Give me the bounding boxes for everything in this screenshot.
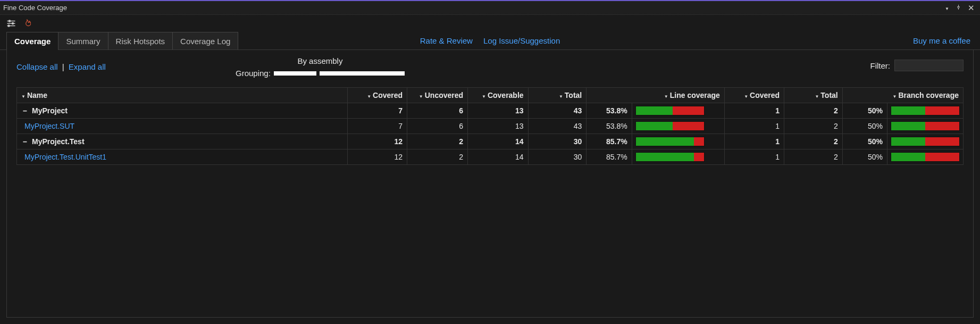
col-total[interactable]: ▼Total (528, 88, 587, 103)
toolbar (0, 15, 980, 32)
cell-coverable: 14 (468, 134, 528, 149)
assembly-name: MyProject.Test (32, 137, 85, 146)
pin-icon[interactable] (956, 4, 961, 12)
coverage-content: Collapse all | Expand all By assembly Gr… (6, 50, 974, 318)
expand-all-link[interactable]: Expand all (69, 62, 106, 71)
sort-caret-icon: ▼ (419, 94, 423, 99)
cell-branch-total: 2 (784, 149, 843, 165)
tab-label: Summary (66, 37, 100, 46)
tab-bar: Coverage Summary Risk Hotspots Coverage … (0, 32, 980, 50)
col-branch-covered[interactable]: ▼Covered (724, 88, 784, 103)
cell-branch-covered: 1 (724, 149, 784, 165)
col-coverable[interactable]: ▼Coverable (468, 88, 528, 103)
coverage-bar-covered (636, 137, 694, 146)
cell-line-bar (632, 134, 724, 149)
coverage-bar (891, 106, 960, 115)
coverage-bar-covered (636, 153, 694, 161)
window-options-dropdown-icon[interactable] (945, 4, 949, 12)
buy-coffee-link[interactable]: Buy me a coffee (913, 36, 970, 45)
cell-line-pct: 85.7% (587, 134, 632, 149)
cell-branch-covered: 1 (724, 119, 784, 134)
cell-branch-total: 2 (784, 134, 843, 149)
cell-total: 30 (528, 134, 587, 149)
sort-caret-icon: ▼ (664, 94, 668, 99)
cell-branch-pct: 50% (842, 119, 887, 134)
cell-name: MyProject.SUT (17, 119, 348, 134)
cell-branch-bar (887, 134, 963, 149)
cell-branch-pct: 50% (842, 103, 887, 119)
table-header-row: ▼Name ▼Covered ▼Uncovered ▼Coverable ▼To… (17, 88, 964, 103)
tab-coverage[interactable]: Coverage (7, 32, 58, 49)
grouping-slider[interactable] (274, 71, 405, 76)
class-link[interactable]: MyProject.Test.UnitTest1 (21, 153, 106, 161)
coverage-bar-covered (891, 106, 925, 115)
sort-caret-icon: ▼ (815, 94, 819, 99)
log-issue-link[interactable]: Log Issue/Suggestion (483, 36, 560, 45)
titlebar: Fine Code Coverage ✕ (0, 1, 980, 15)
table-row-child: MyProject.SUT76134353.8%1250% (17, 119, 964, 134)
cell-total: 43 (528, 119, 587, 134)
cell-name: –MyProject.Test (17, 134, 348, 149)
col-covered[interactable]: ▼Covered (347, 88, 407, 103)
sort-caret-icon: ▼ (559, 94, 563, 99)
cell-line-bar (632, 149, 724, 165)
class-link[interactable]: MyProject.SUT (21, 122, 74, 130)
col-uncovered[interactable]: ▼Uncovered (407, 88, 468, 103)
sort-caret-icon: ▼ (482, 94, 486, 99)
filter-input[interactable] (894, 60, 964, 71)
collapse-toggle-icon[interactable]: – (21, 137, 29, 146)
window-title: Fine Code Coverage (3, 4, 67, 12)
tab-risk-hotspots[interactable]: Risk Hotspots (108, 32, 173, 49)
sort-caret-icon: ▼ (367, 94, 371, 99)
tab-summary[interactable]: Summary (58, 32, 108, 49)
cell-coverable: 14 (468, 149, 528, 165)
cell-name: –MyProject (17, 103, 348, 119)
cell-total: 30 (528, 149, 587, 165)
coverage-bar (635, 137, 705, 146)
slider-segment[interactable] (274, 71, 316, 76)
coverage-bar-uncovered (694, 137, 703, 146)
coverage-bar (635, 121, 705, 131)
tab-label: Risk Hotspots (116, 37, 165, 46)
cell-coverable: 13 (468, 103, 528, 119)
coverage-bar-uncovered (925, 153, 959, 161)
cell-branch-pct: 50% (842, 149, 887, 165)
tabs: Coverage Summary Risk Hotspots Coverage … (6, 32, 238, 49)
coverage-bar (891, 152, 960, 162)
grouping-label: Grouping: (236, 69, 271, 78)
flame-icon[interactable] (23, 19, 31, 28)
cell-uncovered: 6 (407, 119, 468, 134)
titlebar-grip[interactable] (90, 2, 948, 13)
coverage-bar-uncovered (925, 106, 959, 115)
svg-point-1 (9, 20, 11, 22)
cell-branch-bar (887, 119, 963, 134)
coverage-bar-uncovered (673, 106, 704, 115)
svg-point-3 (12, 23, 14, 24)
controls-row: Collapse all | Expand all By assembly Gr… (16, 60, 964, 71)
cell-branch-pct: 50% (842, 134, 887, 149)
col-branch-total[interactable]: ▼Total (784, 88, 843, 103)
cell-branch-bar (887, 149, 963, 165)
col-line-coverage[interactable]: ▼Line coverage (587, 88, 725, 103)
collapse-toggle-icon[interactable]: – (21, 106, 29, 115)
collapse-all-link[interactable]: Collapse all (16, 62, 58, 71)
cell-uncovered: 2 (407, 134, 468, 149)
coverage-bar (891, 121, 960, 131)
cell-covered: 12 (347, 134, 407, 149)
tab-coverage-log[interactable]: Coverage Log (173, 32, 238, 49)
table-row-group: –MyProject.Test122143085.7%1250% (17, 134, 964, 149)
cell-branch-covered: 1 (724, 103, 784, 119)
slider-segment[interactable] (320, 71, 405, 76)
cell-branch-bar (887, 103, 963, 119)
col-name[interactable]: ▼Name (17, 88, 348, 103)
col-branch-coverage[interactable]: ▼Branch coverage (842, 88, 963, 103)
cell-line-pct: 53.8% (587, 103, 632, 119)
rate-review-link[interactable]: Rate & Review (420, 36, 473, 45)
cell-branch-total: 2 (784, 119, 843, 134)
filter-settings-icon[interactable] (6, 20, 16, 27)
cell-covered: 12 (347, 149, 407, 165)
coverage-bar-covered (636, 106, 673, 115)
cell-line-pct: 85.7% (587, 149, 632, 165)
cell-line-pct: 53.8% (587, 119, 632, 134)
close-icon[interactable]: ✕ (968, 3, 975, 13)
